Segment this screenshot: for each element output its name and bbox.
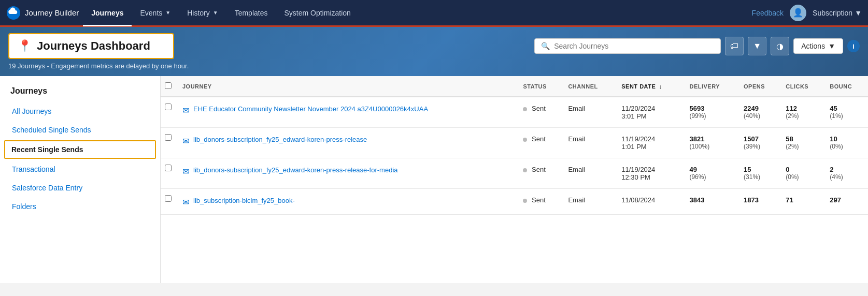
sent-time-value: 3:01 PM bbox=[621, 112, 679, 120]
sent-date-value: 11/19/2024 bbox=[621, 166, 679, 173]
actions-button[interactable]: Actions ▼ bbox=[793, 38, 843, 54]
journey-name-link[interactable]: lib_donors-subscription_fy25_edward-kore… bbox=[193, 166, 398, 175]
col-delivery: DELIVERY bbox=[684, 76, 738, 97]
row-status-cell: Sent bbox=[518, 189, 563, 215]
bounces-pct: (4%) bbox=[830, 173, 863, 181]
row-channel-cell: Email bbox=[563, 158, 616, 189]
row-checkbox[interactable] bbox=[165, 103, 172, 110]
row-opens-cell: 1507 (39%) bbox=[738, 128, 780, 158]
table-header-row: JOURNEY STATUS CHANNEL SENT DATE ↓ DELIV… bbox=[161, 76, 868, 97]
subscription-menu[interactable]: Subscription ▼ bbox=[813, 9, 862, 17]
main-body: Journeys All Journeys Scheduled Single S… bbox=[0, 76, 868, 283]
clicks-value: 58 bbox=[786, 135, 819, 143]
sent-date-value: 11/08/2024 bbox=[621, 196, 679, 204]
journey-send-icon: ✉ bbox=[182, 197, 189, 207]
location-pin-icon: 📍 bbox=[18, 39, 32, 53]
clicks-value: 112 bbox=[786, 105, 819, 112]
sent-date-value: 11/19/2024 bbox=[621, 135, 679, 143]
nav-history[interactable]: History ▼ bbox=[179, 1, 226, 26]
status-label: Sent bbox=[532, 105, 546, 112]
sidebar-item-recent-single-sends[interactable]: Recent Single Sends bbox=[4, 140, 156, 159]
clicks-pct: (2%) bbox=[786, 143, 819, 150]
sidebar-item-scheduled-single-sends[interactable]: Scheduled Single Sends bbox=[0, 121, 160, 139]
row-checkbox[interactable] bbox=[165, 134, 172, 141]
clicks-pct: (0%) bbox=[786, 173, 819, 181]
search-box[interactable]: 🔍 bbox=[534, 38, 721, 54]
row-clicks-cell: 112 (2%) bbox=[780, 97, 824, 128]
row-bounces-cell: 45 (1%) bbox=[824, 97, 868, 128]
subscription-caret: ▼ bbox=[855, 9, 862, 17]
info-button[interactable]: i bbox=[847, 40, 860, 52]
top-navigation: Journey Builder Journeys Events ▼ Histor… bbox=[0, 0, 868, 27]
chart-button[interactable]: ◑ bbox=[771, 37, 789, 55]
sort-desc-arrow: ↓ bbox=[659, 83, 662, 90]
brand-name: Journey Builder bbox=[25, 8, 79, 17]
nav-templates[interactable]: Templates bbox=[226, 1, 276, 26]
tag-filter-button[interactable]: 🏷 bbox=[725, 37, 744, 55]
search-icon: 🔍 bbox=[541, 42, 550, 50]
header-row: 📍 Journeys Dashboard 🔍 🏷 ▼ ◑ Actions ▼ bbox=[8, 33, 860, 59]
row-checkbox[interactable] bbox=[165, 195, 172, 202]
header-right-controls: 🔍 🏷 ▼ ◑ Actions ▼ i bbox=[534, 37, 860, 55]
row-opens-cell: 1873 bbox=[738, 189, 780, 215]
journey-name-link[interactable]: lib_donors-subscription_fy25_edward-kore… bbox=[193, 135, 367, 144]
select-all-checkbox[interactable] bbox=[165, 82, 172, 89]
feedback-link[interactable]: Feedback bbox=[752, 9, 784, 17]
row-checkbox-cell[interactable] bbox=[161, 189, 177, 215]
sidebar-item-all-journeys[interactable]: All Journeys bbox=[0, 102, 160, 121]
delivery-pct: (100%) bbox=[689, 143, 733, 150]
sidebar-item-salesforce-data-entry[interactable]: Salesforce Data Entry bbox=[0, 179, 160, 197]
row-checkbox[interactable] bbox=[165, 165, 172, 171]
nav-events[interactable]: Events ▼ bbox=[132, 1, 179, 26]
journey-name-link[interactable]: lib_subscription-biclm_fy25_book- bbox=[193, 196, 295, 205]
sent-date-value: 11/20/2024 bbox=[621, 105, 679, 112]
row-opens-cell: 15 (31%) bbox=[738, 158, 780, 189]
row-checkbox-cell[interactable] bbox=[161, 158, 177, 189]
opens-pct: (31%) bbox=[744, 173, 775, 181]
dashboard-title-box: 📍 Journeys Dashboard bbox=[8, 33, 174, 59]
bounces-value: 10 bbox=[830, 135, 863, 143]
col-sent-date[interactable]: SENT DATE ↓ bbox=[616, 76, 684, 97]
filter-button[interactable]: ▼ bbox=[748, 37, 766, 55]
col-status: STATUS bbox=[518, 76, 563, 97]
row-status-cell: Sent bbox=[518, 158, 563, 189]
row-checkbox-cell[interactable] bbox=[161, 97, 177, 128]
row-sent-date-cell: 11/19/2024 1:01 PM bbox=[616, 128, 684, 158]
sidebar-item-folders[interactable]: Folders bbox=[0, 197, 160, 216]
user-avatar[interactable]: 👤 bbox=[790, 5, 806, 21]
select-all-header[interactable] bbox=[161, 76, 177, 97]
sent-time-value: 1:01 PM bbox=[621, 143, 679, 151]
actions-label: Actions bbox=[801, 42, 825, 50]
table-area: JOURNEY STATUS CHANNEL SENT DATE ↓ DELIV… bbox=[161, 76, 868, 283]
row-clicks-cell: 71 bbox=[780, 189, 824, 215]
row-sent-date-cell: 11/08/2024 bbox=[616, 189, 684, 215]
row-clicks-cell: 58 (2%) bbox=[780, 128, 824, 158]
status-dot bbox=[523, 199, 527, 203]
search-input[interactable] bbox=[554, 42, 714, 50]
col-bounces: BOUNC bbox=[824, 76, 868, 97]
page-title: Journeys Dashboard bbox=[37, 39, 150, 53]
col-journey: JOURNEY bbox=[177, 76, 518, 97]
history-caret: ▼ bbox=[213, 10, 218, 16]
sidebar-item-transactional[interactable]: Transactional bbox=[0, 160, 160, 179]
col-clicks: CLICKS bbox=[780, 76, 824, 97]
bounces-pct: (1%) bbox=[830, 112, 863, 120]
salesforce-cloud-icon bbox=[6, 6, 21, 20]
bounces-value: 2 bbox=[830, 166, 863, 173]
info-icon: i bbox=[852, 42, 855, 50]
brand-logo[interactable]: Journey Builder bbox=[6, 6, 81, 20]
clicks-value: 71 bbox=[786, 196, 819, 204]
row-journey-cell: ✉ lib_donors-subscription_fy25_edward-ko… bbox=[177, 158, 518, 184]
status-dot bbox=[523, 138, 527, 142]
journey-send-icon: ✉ bbox=[182, 136, 189, 146]
row-delivery-cell: 3821 (100%) bbox=[684, 128, 738, 158]
actions-caret-icon: ▼ bbox=[828, 42, 835, 50]
delivery-value: 3843 bbox=[689, 196, 733, 204]
journey-name-link[interactable]: EHE Educator Community Newsletter Novemb… bbox=[193, 105, 428, 114]
nav-system-optimization[interactable]: System Optimization bbox=[276, 1, 359, 26]
table-row: ✉ lib_donors-subscription_fy25_edward-ko… bbox=[161, 128, 868, 158]
nav-journeys[interactable]: Journeys bbox=[83, 1, 132, 26]
events-caret: ▼ bbox=[165, 10, 170, 16]
row-checkbox-cell[interactable] bbox=[161, 128, 177, 158]
opens-pct: (39%) bbox=[744, 143, 775, 150]
